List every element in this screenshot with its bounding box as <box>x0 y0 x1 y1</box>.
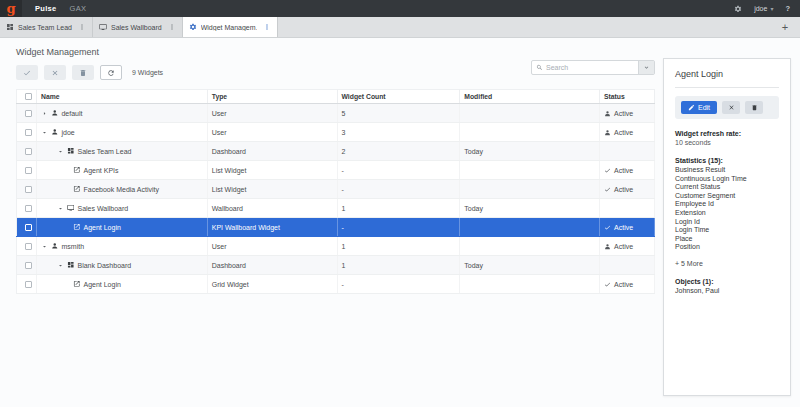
object-item: Johnson, Paul <box>675 287 779 294</box>
column-header-widget-count[interactable]: Widget Count <box>337 90 460 104</box>
user-icon <box>51 128 59 136</box>
disable-button[interactable] <box>44 65 66 80</box>
row-checkbox[interactable] <box>25 281 32 288</box>
tab-sales-team-lead[interactable]: Sales Team Lead <box>0 17 93 37</box>
gear-icon <box>189 23 197 31</box>
tab-label: Sales Wallboard <box>111 24 162 31</box>
row-widget-count: 5 <box>337 104 460 123</box>
table-row[interactable]: Agent LoginKPI Wallboard Widget-Active <box>17 218 655 237</box>
column-header-modified[interactable]: Modified <box>460 90 600 104</box>
row-widget-count: - <box>337 218 460 237</box>
column-header-status[interactable]: Status <box>600 90 655 104</box>
check-icon <box>604 224 611 231</box>
genesys-logo[interactable]: g <box>0 0 22 17</box>
search-options-button[interactable] <box>638 61 654 74</box>
status-badge: Active <box>604 224 654 231</box>
search-input[interactable] <box>546 64 638 71</box>
more-statistics-link[interactable]: + 5 More <box>675 260 779 267</box>
collapse-arrow-icon[interactable] <box>57 148 64 155</box>
row-name: Sales Wallboard <box>77 205 128 212</box>
row-checkbox[interactable] <box>25 262 32 269</box>
statistic-item: Login Time <box>675 226 779 235</box>
row-name: jdoe <box>61 129 74 136</box>
row-type: User <box>207 237 337 256</box>
divider <box>675 87 779 88</box>
row-name: Agent KPIs <box>83 167 118 174</box>
collapse-arrow-icon[interactable] <box>41 243 48 250</box>
kebab-menu-icon[interactable] <box>263 23 271 31</box>
collapse-arrow-icon[interactable] <box>57 205 64 212</box>
trash-icon <box>751 104 758 111</box>
add-tab-button[interactable]: + <box>778 20 792 34</box>
statistic-item: Position <box>675 243 779 252</box>
row-type: Dashboard <box>207 256 337 275</box>
user-menu[interactable]: jdoe ▾ <box>754 5 773 12</box>
row-checkbox[interactable] <box>25 148 32 155</box>
refresh-button[interactable] <box>100 65 122 80</box>
column-header-name[interactable]: Name <box>36 90 207 104</box>
status-label: Active <box>614 129 633 136</box>
row-modified: Today <box>460 142 600 161</box>
row-type: KPI Wallboard Widget <box>207 218 337 237</box>
dashboard-icon <box>6 23 14 31</box>
kebab-menu-icon[interactable] <box>168 23 176 31</box>
objects-list: Johnson, Paul <box>675 287 779 294</box>
statistic-item: Login Id <box>675 218 779 227</box>
row-checkbox[interactable] <box>25 186 32 193</box>
status-label: Active <box>614 243 633 250</box>
row-checkbox[interactable] <box>25 243 32 250</box>
tab-widget-management[interactable]: Widget Managem… <box>183 17 278 37</box>
table-row[interactable]: Sales WallboardWallboard1Today <box>17 199 655 218</box>
user-name: jdoe <box>754 5 767 12</box>
widget-table-body: defaultUser5ActivejdoeUser3ActiveSales T… <box>17 104 655 294</box>
row-checkbox[interactable] <box>25 129 32 136</box>
brand-tab-pulse[interactable]: Pulse <box>35 4 57 13</box>
delete-widget-button[interactable] <box>745 101 763 114</box>
edit-button[interactable]: Edit <box>681 101 717 114</box>
detail-button-group: Edit <box>675 96 779 119</box>
column-header-type[interactable]: Type <box>207 90 337 104</box>
table-row[interactable]: defaultUser5Active <box>17 104 655 123</box>
row-type: List Widget <box>207 180 337 199</box>
select-all-checkbox[interactable] <box>25 93 32 100</box>
dashboard-icon <box>67 261 75 269</box>
settings-icon[interactable] <box>734 5 742 13</box>
tab-sales-wallboard[interactable]: Sales Wallboard <box>93 17 183 37</box>
close-icon <box>728 104 735 111</box>
collapse-arrow-icon[interactable] <box>41 129 48 136</box>
chevron-down-icon <box>643 64 650 71</box>
user-icon <box>51 242 59 250</box>
table-row[interactable]: jdoeUser3Active <box>17 123 655 142</box>
table-row[interactable]: Agent LoginGrid Widget-Active <box>17 275 655 294</box>
collapse-arrow-icon[interactable] <box>57 262 64 269</box>
user-icon <box>51 109 59 117</box>
disable-widget-button[interactable] <box>722 101 740 114</box>
table-row[interactable]: Facebook Media ActivityList Widget-Activ… <box>17 180 655 199</box>
table-row[interactable]: Sales Team LeadDashboard2Today <box>17 142 655 161</box>
table-row[interactable]: Agent KPIsList Widget-Active <box>17 161 655 180</box>
check-icon <box>604 186 611 193</box>
statistics-label: Statistics (15): <box>675 157 779 164</box>
row-checkbox[interactable] <box>25 205 32 212</box>
tab-label: Widget Managem… <box>201 24 257 31</box>
row-checkbox[interactable] <box>25 224 32 231</box>
row-name: msmith <box>61 243 84 250</box>
top-bar: g Pulse GAX jdoe ▾ ? <box>0 0 800 17</box>
kebab-menu-icon[interactable] <box>78 23 86 31</box>
delete-button[interactable] <box>72 65 94 80</box>
row-checkbox[interactable] <box>25 167 32 174</box>
enable-button[interactable] <box>16 65 38 80</box>
table-row[interactable]: msmithUser1Active <box>17 237 655 256</box>
help-button[interactable]: ? <box>785 4 790 13</box>
wallboard-icon <box>67 204 75 212</box>
status-badge: Active <box>604 110 654 117</box>
statistic-item: Business Result <box>675 166 779 175</box>
dashboard-icon <box>67 147 75 155</box>
table-row[interactable]: Blank DashboardDashboard1Today <box>17 256 655 275</box>
brand-tab-gax[interactable]: GAX <box>70 4 87 13</box>
check-icon <box>23 69 31 77</box>
row-checkbox[interactable] <box>25 110 32 117</box>
row-modified <box>460 218 600 237</box>
widget-icon <box>73 185 81 193</box>
expand-arrow-icon[interactable] <box>41 110 48 117</box>
